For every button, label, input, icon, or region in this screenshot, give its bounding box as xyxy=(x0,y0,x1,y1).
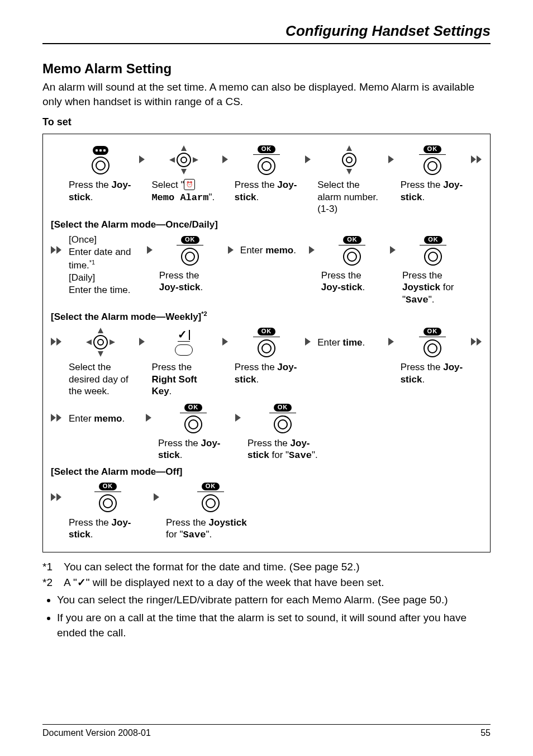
step-enter-time: Enter time. xyxy=(317,325,381,382)
joystick-icon xyxy=(184,415,202,433)
step-ok-2: OK Press the Joy-stick. xyxy=(401,143,464,203)
svg-marker-8 xyxy=(346,145,352,151)
svg-point-7 xyxy=(346,157,352,163)
svg-marker-3 xyxy=(181,169,187,174)
joystick-icon xyxy=(181,248,199,266)
arrow-icon xyxy=(390,246,396,254)
step-select-day: Select the desired day of the week. xyxy=(69,325,132,397)
joystick-icon xyxy=(274,415,292,433)
joystick-icon xyxy=(423,157,441,175)
row-1: Press the Joy-stick. Select "⏰Memo Alarm… xyxy=(51,143,482,215)
arrow-icon xyxy=(388,155,394,163)
arrow-icon xyxy=(305,155,311,163)
arrow-icon xyxy=(228,246,234,254)
svg-marker-14 xyxy=(86,339,92,345)
step-ok-save-3: OK Press the Joystick for "Save". xyxy=(166,481,255,541)
svg-point-10 xyxy=(94,336,107,349)
ok-icon: OK xyxy=(423,328,442,336)
joystick-icon xyxy=(99,494,117,512)
ok-icon: OK xyxy=(99,483,117,490)
svg-marker-13 xyxy=(98,351,103,357)
continue-icon xyxy=(51,414,63,422)
procedure-box: Press the Joy-stick. Select "⏰Memo Alarm… xyxy=(42,134,491,552)
page-number: 55 xyxy=(480,728,491,738)
notes-list: You can select the ringer/LED/vibrate pa… xyxy=(42,592,491,641)
note-item: You can select the ringer/LED/vibrate pa… xyxy=(57,592,491,608)
arrow-icon xyxy=(388,338,394,346)
arrow-icon xyxy=(147,246,153,254)
svg-marker-5 xyxy=(193,157,198,163)
step-ok-3: OK Press the Joy-stick. xyxy=(159,234,221,294)
navigate-icon xyxy=(168,144,199,176)
step-enter-memo-1: Enter memo. xyxy=(240,234,302,291)
arrow-icon xyxy=(222,155,228,163)
joystick-icon xyxy=(258,157,275,175)
ok-icon: OK xyxy=(258,328,276,336)
joystick-icon xyxy=(92,157,110,174)
arrow-icon xyxy=(235,414,241,422)
step-menu: Press the Joy-stick. xyxy=(69,143,132,203)
step-navigate: Select "⏰Memo Alarm". xyxy=(151,143,215,204)
arrow-icon xyxy=(305,338,311,346)
off-header: [Select the Alarm mode—Off] xyxy=(51,466,482,478)
check-icon: ✓ xyxy=(77,577,86,588)
menu-icon xyxy=(93,146,108,155)
continue-icon xyxy=(471,155,482,163)
row-3: Select the desired day of the week. ✓ Pr… xyxy=(51,325,482,397)
continue-icon xyxy=(51,493,63,501)
svg-point-6 xyxy=(342,153,356,167)
continue-icon xyxy=(51,246,63,254)
svg-marker-15 xyxy=(110,339,115,345)
step-select-number: Select the alarm number. (1-3) xyxy=(317,143,381,215)
ok-icon: OK xyxy=(424,236,442,244)
navigate-icon xyxy=(85,327,116,358)
svg-marker-12 xyxy=(98,328,103,333)
ok-icon: OK xyxy=(181,236,199,244)
continue-icon xyxy=(51,338,63,346)
step-ok-1: OK Press the Joy-stick. xyxy=(235,143,298,203)
ok-icon: OK xyxy=(274,404,292,412)
step-ok-save-2: OK Press the Joy-stick for "Save". xyxy=(248,401,318,462)
step-enter-memo-2: Enter memo. xyxy=(69,401,139,459)
step-ok-6: OK Press the Joy-stick. xyxy=(401,325,464,385)
row-2: [Once] Enter date and time.*1 [Daily] En… xyxy=(51,234,482,306)
step-ok-5: OK Press the Joy-stick. xyxy=(235,325,298,385)
joystick-icon xyxy=(258,339,275,357)
fn2-text: A "✓" will be displayed next to a day of… xyxy=(64,575,384,590)
ok-icon: OK xyxy=(184,404,203,412)
svg-point-1 xyxy=(181,157,187,163)
fn1-text: You can select the format for the date a… xyxy=(64,559,360,575)
svg-marker-2 xyxy=(181,145,187,151)
row-5: OK Press the Joy-stick. OK Press the xyxy=(51,481,482,541)
joystick-icon xyxy=(343,248,361,266)
joystick-icon xyxy=(424,248,442,266)
ok-icon: OK xyxy=(258,145,276,153)
arrow-icon xyxy=(309,246,315,254)
step-ok-7: OK Press the Joy-stick. xyxy=(158,401,229,461)
ok-icon: OK xyxy=(423,145,442,153)
svg-marker-4 xyxy=(169,157,175,163)
fn2-key: *2 xyxy=(42,575,58,590)
updown-icon xyxy=(334,144,365,176)
arrow-icon xyxy=(154,493,159,501)
arrow-icon xyxy=(222,338,228,346)
joystick-icon xyxy=(202,494,220,512)
right-softkey-icon: ✓ xyxy=(175,329,193,356)
ok-icon: OK xyxy=(343,236,361,244)
joystick-icon xyxy=(423,339,441,357)
once-daily-header: [Select the Alarm mode—Once/Daily] xyxy=(51,219,482,230)
page: Configuring Handset Settings Memo Alarm … xyxy=(0,0,533,756)
step-ok-8: OK Press the Joy-stick. xyxy=(69,481,147,541)
doc-version: Document Version 2008-01 xyxy=(42,728,151,738)
row-4: Enter memo. OK Press the Joy-stick. xyxy=(51,401,482,462)
fn1-key: *1 xyxy=(42,559,58,575)
arrow-icon xyxy=(146,414,151,422)
step-right-softkey: ✓ Press the Right Soft Key. xyxy=(151,325,215,397)
continue-icon xyxy=(471,338,482,346)
to-set-heading: To set xyxy=(42,116,491,128)
svg-point-11 xyxy=(98,339,103,345)
arrow-icon xyxy=(139,155,145,163)
alarm-menu-icon: ⏰ xyxy=(184,179,195,190)
ok-icon: OK xyxy=(202,483,220,490)
step-once-daily-input: [Once] Enter date and time.*1 [Daily] En… xyxy=(69,234,140,296)
